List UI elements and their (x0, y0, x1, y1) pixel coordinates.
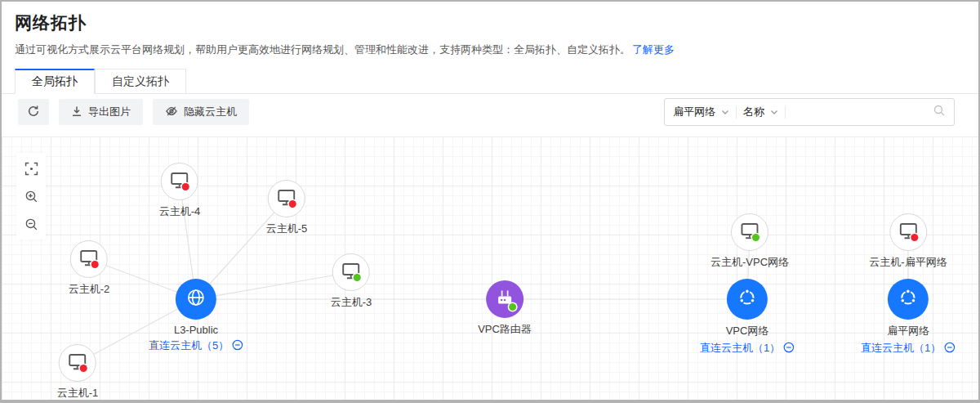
status-dot-red (911, 234, 918, 241)
node-label: 扁平网络 (887, 324, 929, 338)
topology-edges (2, 137, 978, 400)
node-vpc-router[interactable]: VPC路由器 (478, 280, 532, 337)
fit-view-icon[interactable] (24, 161, 38, 176)
minus-circle-icon (944, 342, 956, 356)
page-title: 网络拓扑 (15, 11, 965, 34)
collapse-hosts-link[interactable]: 直连云主机（1） (861, 341, 956, 356)
chevron-down-icon (721, 106, 729, 119)
router-node-circle (486, 280, 523, 318)
search-icon[interactable] (933, 104, 946, 120)
host-node-circle (161, 163, 198, 200)
tab-bar: 全局拓扑 自定义拓扑 (2, 69, 978, 94)
node-host-vpc-network[interactable]: 云主机-VPC网络 (710, 213, 789, 270)
tab-global-topology[interactable]: 全局拓扑 (15, 69, 95, 94)
collapse-link-label: 直连云主机（5） (149, 338, 229, 353)
host-node-circle (332, 253, 370, 291)
divider (736, 106, 737, 119)
description-text: 通过可视化方式展示云平台网络规划，帮助用户更高效地进行网络规划、管理和性能改进，… (15, 43, 630, 56)
toolbar: 导出图片 隐藏云主机 扁平网络 名称 (2, 98, 978, 126)
node-host-2[interactable]: 云主机-2 (69, 240, 110, 297)
hide-hosts-label: 隐藏云主机 (184, 105, 237, 119)
zoom-out-icon[interactable] (24, 217, 38, 231)
node-l3-public[interactable]: L3-Public 直连云主机（5） (149, 279, 243, 353)
node-label: 云主机-2 (69, 282, 110, 297)
refresh-icon (27, 105, 40, 120)
host-node-circle (59, 344, 96, 382)
tab-custom-topology[interactable]: 自定义拓扑 (95, 69, 186, 94)
network-type-select[interactable]: 扁平网络 (673, 105, 729, 119)
host-node-circle (268, 180, 305, 217)
minus-circle-icon (783, 342, 795, 356)
node-host-4[interactable]: 云主机-4 (159, 163, 201, 219)
node-host-3[interactable]: 云主机-3 (331, 253, 372, 310)
network-node-circle (888, 279, 929, 320)
node-label: 云主机-扁平网络 (869, 255, 947, 270)
collapse-link-label: 直连云主机（1） (861, 341, 941, 356)
globe-icon (185, 286, 207, 312)
network-topology-page: 网络拓扑 通过可视化方式展示云平台网络规划，帮助用户更高效地进行网络规划、管理和… (0, 0, 980, 403)
page-description: 通过可视化方式展示云平台网络规划，帮助用户更高效地进行网络规划、管理和性能改进，… (15, 43, 965, 57)
refresh-button[interactable] (18, 99, 49, 125)
node-label: L3-Public (174, 324, 218, 336)
node-label: 云主机-3 (331, 295, 372, 310)
minus-circle-icon (232, 339, 243, 353)
host-node-circle (889, 213, 927, 251)
network-node-circle (176, 279, 216, 320)
search-field-select[interactable]: 名称 (743, 105, 778, 119)
collapse-hosts-link[interactable]: 直连云主机（1） (700, 341, 795, 356)
node-label: 云主机-5 (266, 222, 308, 236)
export-image-button[interactable]: 导出图片 (59, 99, 143, 125)
download-icon (71, 105, 82, 119)
topology-canvas[interactable]: 云主机-4 云主机-5 云主 (2, 137, 978, 400)
host-node-circle (70, 240, 108, 278)
page-header: 网络拓扑 通过可视化方式展示云平台网络规划，帮助用户更高效地进行网络规划、管理和… (2, 2, 978, 57)
network-type-value: 扁平网络 (673, 105, 715, 119)
node-label: 云主机-4 (159, 204, 201, 219)
search-field-value: 名称 (743, 105, 764, 119)
learn-more-link[interactable]: 了解更多 (632, 43, 675, 56)
collapse-link-label: 直连云主机（1） (700, 341, 780, 356)
chevron-down-icon (770, 106, 778, 119)
zoom-in-icon[interactable] (24, 189, 38, 204)
share-nodes-icon (898, 287, 919, 311)
node-label: 云主机-1 (57, 386, 99, 401)
status-dot-green (509, 303, 516, 311)
node-host-5[interactable]: 云主机-5 (266, 180, 308, 236)
share-nodes-icon (737, 287, 758, 311)
status-dot-green (752, 234, 760, 241)
node-label: VPC网络 (726, 324, 769, 338)
node-label: 云主机-VPC网络 (710, 255, 789, 270)
divider (785, 106, 786, 119)
eye-off-icon (165, 105, 178, 120)
network-node-circle (727, 279, 768, 320)
node-host-flat-network[interactable]: 云主机-扁平网络 (869, 213, 947, 270)
filter-search-group: 扁平网络 名称 (664, 98, 955, 126)
export-image-label: 导出图片 (88, 105, 131, 119)
host-node-circle (731, 213, 768, 251)
collapse-hosts-link[interactable]: 直连云主机（5） (149, 338, 243, 353)
node-vpc-network[interactable]: VPC网络 直连云主机（1） (700, 279, 795, 356)
node-label: VPC路由器 (478, 322, 532, 337)
canvas-zoom-panel (16, 153, 46, 240)
search-input[interactable] (792, 106, 926, 119)
hide-hosts-button[interactable]: 隐藏云主机 (153, 99, 249, 125)
toolbar-left-buttons: 导出图片 隐藏云主机 (18, 99, 249, 125)
node-flat-network[interactable]: 扁平网络 直连云主机（1） (861, 279, 956, 356)
node-host-1[interactable]: 云主机-1 (57, 344, 99, 401)
